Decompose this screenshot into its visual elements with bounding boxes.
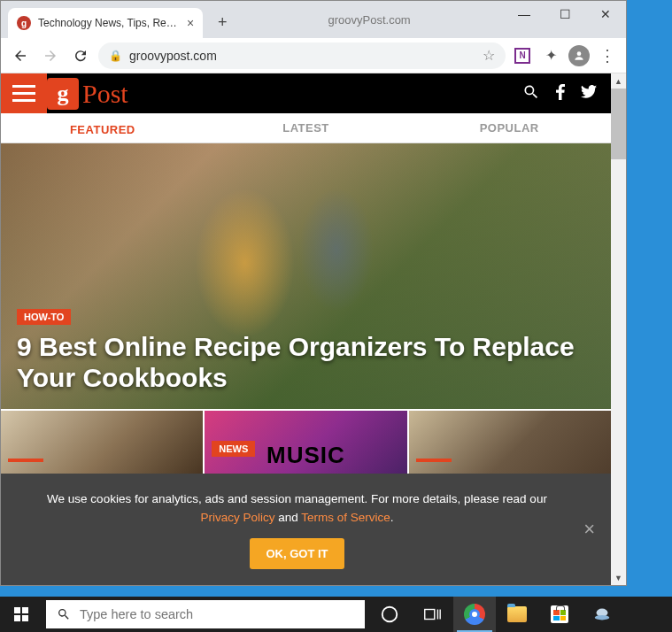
taskbar-icons [368, 597, 623, 632]
cookie-accept-button[interactable]: OK, GOT IT [250, 538, 344, 569]
browser-tab[interactable]: g Technology News, Tips, Reviews, × [8, 8, 203, 38]
url-text: groovypost.com [129, 49, 475, 63]
logo-text: Post [82, 79, 128, 109]
scroll-thumb[interactable] [611, 89, 626, 159]
twitter-icon[interactable] [581, 85, 597, 102]
tab-latest[interactable]: LATEST [205, 113, 408, 143]
search-icon [57, 607, 71, 621]
store-taskbar-icon[interactable] [538, 597, 581, 632]
privacy-link[interactable]: Privacy Policy [200, 511, 274, 524]
window-title: groovyPost.com [235, 4, 504, 35]
app-taskbar-icon[interactable] [581, 597, 623, 632]
reload-button[interactable] [68, 43, 93, 68]
thumb-music-text: MUSIC [266, 442, 345, 469]
cookie-banner: We use cookies for analytics, ads and se… [1, 474, 611, 585]
start-button[interactable] [0, 597, 42, 632]
site-header-right [522, 83, 611, 104]
taskbar [0, 597, 672, 632]
svg-point-0 [577, 51, 582, 56]
svg-point-6 [595, 615, 610, 620]
task-view-icon[interactable] [411, 597, 453, 632]
category-badge: NEWS [212, 441, 255, 457]
content-area: g Post FEATURED LATEST POPULAR HOW-TO 9 … [1, 73, 626, 585]
chrome-taskbar-icon[interactable] [453, 597, 496, 632]
browser-toolbar: 🔒 groovypost.com ☆ N ✦ ⋮ [1, 38, 626, 73]
cookie-close-icon[interactable]: × [583, 518, 595, 541]
explorer-taskbar-icon[interactable] [496, 597, 538, 632]
forward-button[interactable] [38, 43, 63, 68]
tab-title: Technology News, Tips, Reviews, [38, 17, 180, 29]
hero-title: 9 Best Online Recipe Organizers To Repla… [17, 332, 595, 393]
content-tabs: FEATURED LATEST POPULAR [1, 113, 611, 143]
scrollbar[interactable]: ▲ ▼ [611, 73, 626, 585]
search-icon[interactable] [522, 83, 540, 104]
window-controls: — ☐ ✕ [504, 1, 626, 27]
facebook-icon[interactable] [556, 84, 565, 104]
hamburger-menu-icon[interactable] [1, 73, 47, 113]
menu-button[interactable]: ⋮ [596, 44, 619, 67]
favicon-icon: g [17, 16, 31, 30]
address-bar[interactable]: 🔒 groovypost.com ☆ [98, 42, 506, 69]
cortana-icon[interactable] [368, 597, 411, 632]
svg-rect-2 [425, 610, 435, 620]
logo-g-icon: g [47, 78, 79, 110]
cookie-text: We use cookies for analytics, ads and se… [27, 489, 567, 528]
extensions-icon[interactable]: ✦ [539, 44, 562, 67]
browser-window: g Technology News, Tips, Reviews, × + gr… [0, 0, 627, 586]
category-badge: HOW-TO [17, 309, 71, 325]
tab-close-icon[interactable]: × [187, 16, 194, 30]
site-logo[interactable]: g Post [47, 78, 128, 110]
tab-popular[interactable]: POPULAR [407, 113, 611, 143]
search-input[interactable] [80, 607, 354, 621]
profile-button[interactable] [568, 44, 591, 67]
onenote-extension-icon[interactable]: N [511, 44, 534, 67]
windows-icon [14, 607, 28, 621]
taskbar-search[interactable] [46, 600, 365, 628]
minimize-button[interactable]: — [504, 1, 545, 27]
star-icon[interactable]: ☆ [483, 47, 495, 64]
back-button[interactable] [8, 43, 33, 68]
scroll-up-icon[interactable]: ▲ [611, 73, 626, 89]
tab-featured[interactable]: FEATURED [1, 113, 205, 143]
tos-link[interactable]: Terms of Service [301, 511, 390, 524]
svg-point-1 [382, 607, 398, 622]
site-header: g Post [1, 73, 611, 113]
new-tab-button[interactable]: + [210, 10, 235, 35]
lock-icon: 🔒 [109, 50, 122, 62]
maximize-button[interactable]: ☐ [545, 1, 585, 27]
close-button[interactable]: ✕ [585, 1, 626, 27]
hero-article[interactable]: HOW-TO 9 Best Online Recipe Organizers T… [1, 143, 611, 409]
titlebar: g Technology News, Tips, Reviews, × + gr… [1, 1, 626, 38]
scroll-down-icon[interactable]: ▼ [611, 570, 626, 585]
